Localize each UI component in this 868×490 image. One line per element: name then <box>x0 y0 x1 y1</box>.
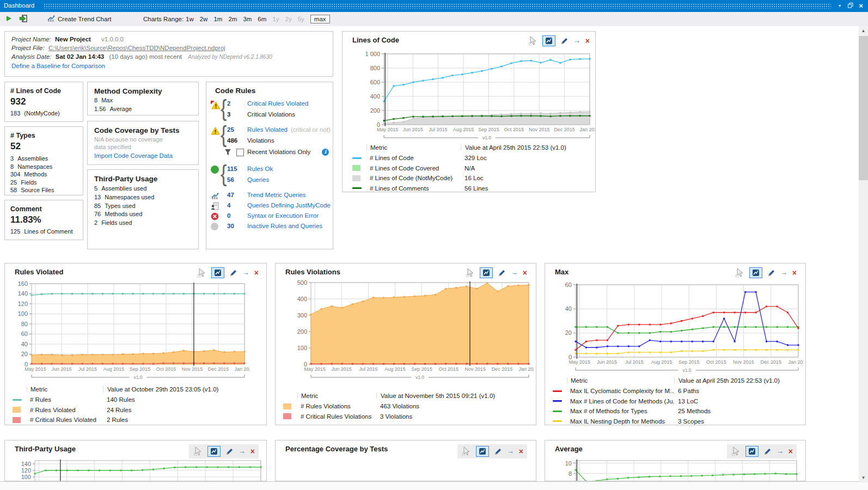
lines-of-code-chart[interactable]: 1 0008006004002000May 2015Jun 2015Jul 20… <box>349 51 595 146</box>
window-close-icon[interactable]: × <box>856 0 866 12</box>
export-arrow-icon[interactable]: → <box>511 269 518 277</box>
export-arrow-icon[interactable]: → <box>242 269 249 277</box>
range-6m[interactable]: 6m <box>258 15 266 23</box>
critical-rules-violated-link[interactable]: Critical Rules Violated <box>247 100 308 107</box>
show-chart-button[interactable] <box>745 446 759 457</box>
max-legend: MetricValue at April 25th 2015 22:53 (v1… <box>553 375 804 425</box>
svg-text:Jul 2015: Jul 2015 <box>625 359 644 365</box>
comment-percent-value: 11.83% <box>10 215 41 225</box>
svg-text:20: 20 <box>21 351 28 357</box>
range-2w[interactable]: 2w <box>200 15 208 23</box>
third-party-chart[interactable]: 140120100806040200May 2015Jun 2015Jul 20… <box>8 457 266 481</box>
select-cursor-icon[interactable] <box>197 268 206 278</box>
window-titlebar[interactable]: Dashboard ▾ × <box>0 0 868 12</box>
critical-violations-count: 3 <box>227 111 244 118</box>
recent-violations-label: Recent Violations Only <box>247 149 310 155</box>
critical-or-not-note: (critical or not) <box>291 126 331 133</box>
show-chart-button[interactable] <box>211 267 224 278</box>
select-cursor-icon[interactable] <box>461 446 471 456</box>
notmycode-label: (NotMyCode) <box>24 110 59 117</box>
chart-title: Max <box>555 268 569 276</box>
edit-pencil-icon[interactable] <box>494 448 502 456</box>
remove-chart-icon[interactable]: × <box>523 269 527 277</box>
stat-title: # Lines of Code <box>10 87 61 95</box>
legend-row: # Critical Rules Violations3 Violations <box>283 412 534 422</box>
panel-average-chart: Average → × 1086420May 2015Jun 2015Jul 2… <box>545 440 806 481</box>
export-arrow-icon[interactable]: → <box>777 448 784 455</box>
remove-chart-icon[interactable]: × <box>254 269 259 277</box>
titlebar-grip-texture <box>44 3 831 9</box>
export-arrow-icon[interactable]: → <box>780 269 787 277</box>
svg-text:May 2015: May 2015 <box>25 366 46 372</box>
import-coverage-link[interactable]: Import Code Coverage Data <box>94 152 173 159</box>
window-menu-icon[interactable]: ▾ <box>835 0 844 12</box>
legend-header: MetricValue at October 29th 2015 23:05 (… <box>13 383 263 395</box>
syntax-error-link[interactable]: Syntax or Execution Error <box>247 212 319 219</box>
export-arrow-icon[interactable]: → <box>507 448 514 455</box>
range-2y: 2y <box>285 15 292 23</box>
svg-text:Aug 2015: Aug 2015 <box>453 127 474 132</box>
show-chart-button[interactable] <box>480 267 493 278</box>
edit-pencil-icon[interactable] <box>225 448 234 456</box>
scrollbar-thumb[interactable] <box>859 36 868 180</box>
remove-chart-icon[interactable]: × <box>250 448 255 455</box>
show-chart-button[interactable] <box>476 446 489 457</box>
scroll-down-icon[interactable]: ▼ <box>859 473 868 482</box>
select-cursor-icon[interactable] <box>193 446 203 456</box>
remove-chart-icon[interactable]: × <box>788 448 793 455</box>
queries-link[interactable]: Queries <box>247 176 269 183</box>
rules-violated-chart[interactable]: 160140120100806040200May 2015Jun 2015Jul… <box>8 280 250 386</box>
stat-title: Code Coverage by Tests <box>94 126 180 134</box>
range-3m[interactable]: 3m <box>243 15 252 23</box>
remove-chart-icon[interactable]: × <box>585 37 590 45</box>
svg-text:100: 100 <box>18 310 28 317</box>
vertical-scrollbar[interactable]: ▲ ▼ <box>859 26 868 482</box>
edit-pencil-icon[interactable] <box>229 269 237 277</box>
show-chart-button[interactable] <box>207 446 221 457</box>
range-1m[interactable]: 1m <box>213 15 222 23</box>
remove-chart-icon[interactable]: × <box>792 269 797 277</box>
average-chart[interactable]: 1086420May 2015Jun 2015Jul 2015Aug 2015S… <box>551 457 802 481</box>
select-cursor-icon[interactable] <box>528 36 537 46</box>
edit-pencil-icon[interactable] <box>767 269 775 277</box>
max-chart[interactable]: 6040200May 2015Jun 2015Jul 2015Aug 2015S… <box>551 281 804 379</box>
panel-lines-of-code-stat: # Lines of Code 932 183(NotMyCode) <box>4 82 83 122</box>
info-icon[interactable]: i <box>322 149 329 156</box>
range-max[interactable]: max <box>310 15 330 23</box>
edit-pencil-icon[interactable] <box>763 448 772 456</box>
run-analysis-and-build-icon[interactable] <box>19 14 28 24</box>
recent-violations-checkbox[interactable] <box>236 149 244 156</box>
create-trend-chart-button[interactable]: Create Trend Chart <box>58 16 111 22</box>
export-arrow-icon[interactable]: → <box>573 37 580 45</box>
edit-pencil-icon[interactable] <box>498 269 506 277</box>
svg-text:Aug 2015: Aug 2015 <box>384 366 406 372</box>
panel-coverage-chart: Percentage Coverage by Tests → × <box>275 440 536 481</box>
legend-row: # Lines of Code CoveredN/A <box>352 163 590 174</box>
trend-metric-link[interactable]: Trend Metric Queries <box>247 192 306 198</box>
select-cursor-icon[interactable] <box>731 446 741 456</box>
edit-pencil-icon[interactable] <box>560 37 569 45</box>
select-cursor-icon[interactable] <box>465 268 475 278</box>
show-chart-button[interactable] <box>749 267 762 278</box>
scroll-up-icon[interactable]: ▲ <box>859 26 868 35</box>
define-baseline-link[interactable]: Define a Baseline for Comparison <box>11 63 105 69</box>
export-arrow-icon[interactable]: → <box>239 448 246 455</box>
rules-ok-icon <box>211 166 219 174</box>
rules-violated-link[interactable]: Rules Violated <box>247 126 288 133</box>
rules-ok-link[interactable]: Rules Ok <box>247 166 273 172</box>
project-file-link[interactable]: C:\Users\erik\Source\Repos\ChessTDD\NDep… <box>48 45 225 51</box>
rules-violations-chart[interactable]: 5004003002001000May 2015Jun 2015Jul 2015… <box>280 279 534 386</box>
show-chart-button[interactable] <box>542 35 555 46</box>
inactive-link[interactable]: Inactive Rules and Queries <box>247 223 322 229</box>
justmycode-link[interactable]: Queries Defining JustMyCode <box>247 202 331 209</box>
legend-swatch-line <box>553 400 562 402</box>
range-1w[interactable]: 1w <box>186 15 194 23</box>
select-cursor-icon[interactable] <box>735 268 744 278</box>
range-2m[interactable]: 2m <box>228 15 237 23</box>
chart-svg: 6040200May 2015Jun 2015Jul 2015Aug 2015S… <box>551 281 804 378</box>
svg-text:Jan 2016: Jan 2016 <box>518 366 534 372</box>
svg-text:Sep 2015: Sep 2015 <box>411 366 432 372</box>
run-analysis-icon[interactable] <box>5 15 12 23</box>
remove-chart-icon[interactable]: × <box>519 448 523 455</box>
third-party-rows: 5Assemblies used 13Namespaces used 85Typ… <box>94 185 154 228</box>
